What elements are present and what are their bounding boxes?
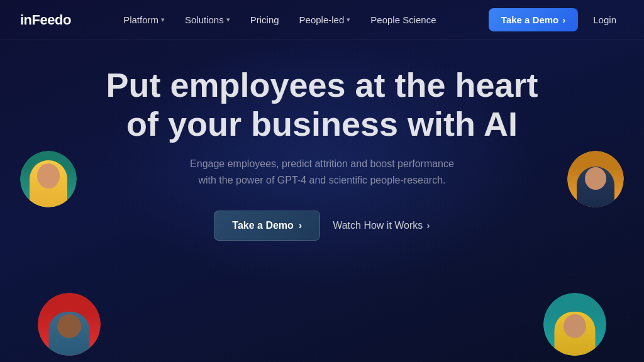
nav-actions: Take a Demo › Login	[489, 8, 624, 31]
nav-links: Platform ▾ Solutions ▾ Pricing People-le…	[116, 9, 443, 30]
nav-item-platform[interactable]: Platform ▾	[116, 9, 172, 30]
arrow-icon: ›	[562, 14, 565, 25]
take-demo-button[interactable]: Take a Demo ›	[489, 8, 578, 31]
login-button[interactable]: Login	[586, 9, 624, 30]
logo: inFeedo	[20, 12, 71, 28]
hero-section: Put employees at the heart of your busin…	[0, 40, 644, 241]
nav-item-solutions[interactable]: Solutions ▾	[177, 9, 238, 30]
arrow-icon: ›	[299, 220, 302, 231]
nav-item-people-led[interactable]: People-led ▾	[292, 9, 358, 30]
avatar-image	[567, 151, 624, 207]
nav-item-pricing[interactable]: Pricing	[243, 9, 287, 30]
chevron-down-icon: ▾	[347, 16, 350, 24]
avatar-top-left	[20, 151, 77, 207]
hero-title: Put employees at the heart of your busin…	[106, 65, 538, 143]
arrow-icon: ›	[426, 220, 430, 231]
avatar-image	[543, 293, 606, 356]
nav-item-people-science[interactable]: People Science	[363, 9, 443, 30]
avatar-top-right	[567, 151, 624, 207]
hero-buttons: Take a Demo › Watch How it Works ›	[214, 211, 430, 241]
avatar-bottom-right	[543, 293, 606, 356]
hero-demo-button[interactable]: Take a Demo ›	[214, 211, 320, 241]
hero-subtitle: Engage employees, predict attrition and …	[184, 156, 460, 188]
watch-how-button[interactable]: Watch How it Works ›	[333, 220, 430, 231]
avatar-bottom-left	[38, 293, 101, 356]
navbar: inFeedo Platform ▾ Solutions ▾ Pricing P…	[0, 0, 644, 40]
avatar-image	[20, 151, 77, 207]
page-wrapper: inFeedo Platform ▾ Solutions ▾ Pricing P…	[0, 0, 644, 362]
chevron-down-icon: ▾	[226, 16, 230, 24]
avatar-image	[38, 293, 101, 356]
chevron-down-icon: ▾	[161, 16, 165, 24]
